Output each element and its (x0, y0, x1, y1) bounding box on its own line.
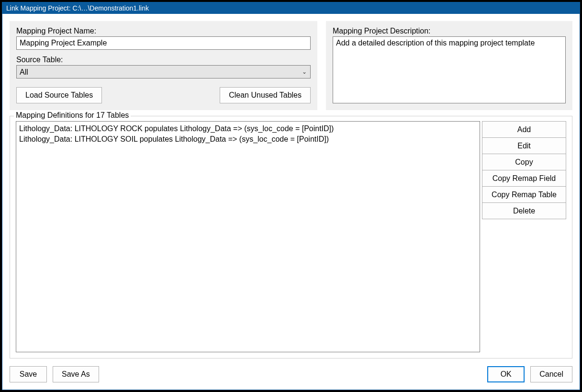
content-area: Mapping Project Name: Source Table: All … (2, 14, 580, 390)
project-description-panel: Mapping Project Description: Add a detai… (326, 21, 572, 110)
load-source-tables-button[interactable]: Load Source Tables (16, 87, 102, 103)
add-button[interactable]: Add (482, 121, 566, 138)
definitions-area: Lithology_Data: LITHOLOGY ROCK populates… (16, 121, 566, 352)
cancel-button[interactable]: Cancel (530, 366, 572, 382)
bottom-bar: Save Save As OK Cancel (10, 364, 572, 382)
save-as-button[interactable]: Save As (53, 366, 99, 382)
project-name-panel: Mapping Project Name: Source Table: All … (10, 21, 317, 110)
save-button[interactable]: Save (10, 366, 47, 382)
titlebar: Link Mapping Project: C:\…\Demonstration… (2, 2, 580, 14)
top-section: Mapping Project Name: Source Table: All … (10, 21, 572, 110)
edit-button[interactable]: Edit (482, 137, 566, 154)
copy-remap-field-button[interactable]: Copy Remap Field (482, 170, 566, 187)
project-description-label: Mapping Project Description: (333, 27, 566, 35)
window-title: Link Mapping Project: C:\…\Demonstration… (6, 4, 149, 12)
definition-action-buttons: Add Edit Copy Copy Remap Field Copy Rema… (482, 121, 566, 352)
project-name-input[interactable] (16, 36, 311, 50)
clean-unused-tables-button[interactable]: Clean Unused Tables (220, 87, 311, 103)
list-item[interactable]: Lithology_Data: LITHOLOGY ROCK populates… (19, 123, 477, 134)
source-table-label: Source Table: (16, 56, 311, 64)
source-table-select-wrap: All ⌄ (16, 65, 311, 78)
list-item[interactable]: Lithology_Data: LITHOLOGY SOIL populates… (19, 134, 477, 145)
project-name-label: Mapping Project Name: (16, 27, 311, 35)
delete-button[interactable]: Delete (482, 202, 566, 219)
bottom-right-buttons: OK Cancel (487, 366, 572, 382)
definitions-list[interactable]: Lithology_Data: LITHOLOGY ROCK populates… (16, 121, 480, 352)
copy-remap-table-button[interactable]: Copy Remap Table (482, 186, 566, 203)
mapping-definitions-fieldset: Mapping Definitions for 17 Tables Lithol… (10, 116, 572, 358)
copy-button[interactable]: Copy (482, 154, 566, 170)
bottom-left-buttons: Save Save As (10, 366, 99, 382)
source-table-select[interactable]: All (16, 65, 311, 78)
ok-button[interactable]: OK (487, 366, 525, 382)
main-window: Link Mapping Project: C:\…\Demonstration… (2, 2, 580, 390)
project-description-textarea[interactable]: Add a detailed description of this mappi… (333, 36, 566, 103)
mapping-definitions-legend: Mapping Definitions for 17 Tables (14, 111, 131, 120)
source-buttons-row: Load Source Tables Clean Unused Tables (16, 87, 311, 103)
